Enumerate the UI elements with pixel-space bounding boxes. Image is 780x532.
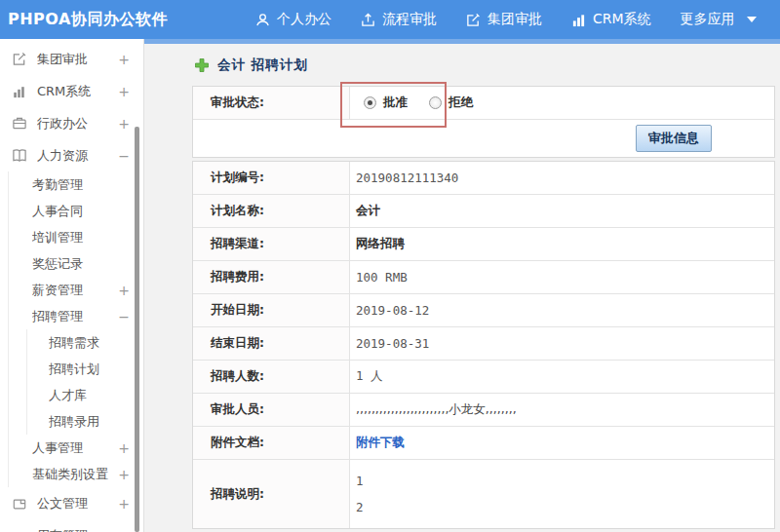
app-logo: PHPOA协同办公软件	[8, 10, 168, 30]
nav-label: 更多应用	[681, 11, 735, 28]
table-row-end-date: 结束日期: 2019-08-31	[193, 327, 774, 361]
approve-radio-label[interactable]: 批准	[383, 95, 408, 111]
recruit-submenu: 招聘需求 招聘计划 人才库 招聘录用	[26, 329, 143, 435]
sidebar-item-training[interactable]: 培训管理	[9, 224, 143, 250]
approval-info-button[interactable]: 审批信息	[636, 125, 712, 152]
table-row-recruit-channel: 招聘渠道: 网络招聘	[193, 228, 774, 261]
book-icon	[12, 148, 28, 164]
table-row-attachment: 附件文档: 附件下载	[193, 427, 774, 460]
page-title-row: 会计 招聘计划	[194, 57, 780, 74]
nav-label: CRM系统	[593, 11, 651, 28]
description-line-2: 2	[356, 494, 364, 520]
subheader-strip	[144, 39, 780, 44]
expand-toggle[interactable]: +	[118, 52, 130, 67]
sidebar-item-crm-system[interactable]: CRM系统 +	[0, 75, 143, 107]
sidebar-item-document-mgmt[interactable]: 公文管理 +	[0, 487, 143, 519]
folder-icon	[12, 496, 28, 512]
sidebar-item-talent-pool[interactable]: 人才库	[27, 382, 143, 408]
reject-radio[interactable]	[429, 96, 442, 109]
sidebar: 集团审批 + CRM系统 + 行政办公 + 人力资源 − 考勤管理 人事合同	[0, 39, 144, 532]
sidebar-scrollbar-thumb[interactable]	[135, 127, 139, 532]
approval-button-row: 审批信息	[193, 120, 774, 157]
bar-chart-icon	[12, 84, 28, 99]
nav-more-apps[interactable]: 更多应用	[681, 11, 757, 28]
expand-toggle[interactable]: +	[118, 496, 130, 512]
table-row-headcount: 招聘人数: 1 人	[193, 361, 774, 394]
main-content: 会计 招聘计划 审批状态: 批准 拒绝 审批信息	[144, 39, 780, 532]
edit-square-icon	[466, 13, 481, 27]
table-row-approvers: 审批人员: ,,,,,,,,,,,,,,,,,,,,,,,,小龙女,,,,,,,…	[193, 394, 774, 427]
caret-down-icon	[747, 17, 757, 22]
expand-toggle[interactable]: +	[118, 440, 130, 456]
expand-toggle[interactable]: −	[118, 309, 130, 324]
sidebar-item-base-category[interactable]: 基础类别设置+	[9, 461, 143, 487]
top-nav: 个人办公 流程审批 集团审批 CRM系统 更多应用	[255, 11, 780, 28]
sidebar-item-attendance[interactable]: 考勤管理	[9, 171, 143, 198]
table-row-description: 招聘说明: 1 2	[193, 460, 774, 528]
expand-toggle[interactable]: +	[118, 528, 130, 532]
hr-submenu: 考勤管理 人事合同 培训管理 奖惩记录 薪资管理+ 招聘管理− 招聘需求 招聘计…	[8, 171, 143, 487]
sidebar-item-recruit-mgmt[interactable]: 招聘管理−	[9, 303, 143, 329]
nav-process-approval[interactable]: 流程审批	[361, 11, 437, 28]
approve-radio[interactable]	[364, 96, 376, 109]
expand-toggle[interactable]: +	[118, 283, 130, 298]
expand-toggle[interactable]: +	[118, 116, 130, 132]
expand-toggle[interactable]: +	[118, 84, 130, 99]
nav-label: 流程审批	[382, 11, 437, 28]
reject-radio-label[interactable]: 拒绝	[448, 95, 473, 111]
truck-icon	[12, 528, 28, 532]
edit-square-icon	[12, 52, 28, 67]
sidebar-item-salary[interactable]: 薪资管理+	[9, 277, 143, 303]
upload-icon	[361, 13, 375, 27]
description-line-1: 1	[356, 468, 364, 494]
person-icon	[255, 13, 270, 27]
app-window: PHPOA协同办公软件 个人办公 流程审批 集团审批 CRM系统 更多应用	[0, 0, 780, 532]
bar-chart-icon	[571, 13, 586, 27]
attachment-download-link[interactable]: 附件下载	[356, 435, 405, 451]
table-row-plan-name: 计划名称: 会计	[193, 195, 774, 228]
nav-crm-system[interactable]: CRM系统	[571, 11, 651, 28]
table-row-start-date: 开始日期: 2019-08-12	[193, 294, 774, 327]
sidebar-item-human-resources[interactable]: 人力资源 −	[0, 139, 143, 171]
sidebar-item-group-approval[interactable]: 集团审批 +	[0, 43, 143, 75]
approval-form-table: 审批状态: 批准 拒绝 审批信息	[192, 86, 775, 158]
page-title: 会计 招聘计划	[217, 57, 308, 74]
table-row-plan-number: 计划编号: 20190812111340	[193, 162, 774, 195]
sidebar-item-recruit-plan[interactable]: 招聘计划	[27, 356, 143, 382]
sidebar-item-personnel-mgmt[interactable]: 人事管理+	[9, 435, 143, 461]
approval-status-label: 审批状态:	[193, 87, 350, 119]
table-row-recruit-cost: 招聘费用: 100 RMB	[193, 261, 774, 294]
approval-radio-group: 批准 拒绝	[356, 95, 494, 111]
briefcase-icon	[12, 116, 28, 132]
sidebar-scrollbar[interactable]	[134, 39, 139, 532]
sidebar-item-vehicle-mgmt[interactable]: 用车管理 +	[0, 519, 143, 532]
sidebar-item-admin-office[interactable]: 行政办公 +	[0, 107, 143, 139]
sidebar-item-recruit-demand[interactable]: 招聘需求	[27, 329, 143, 356]
nav-label: 个人办公	[277, 11, 332, 28]
sidebar-item-rewards[interactable]: 奖惩记录	[9, 250, 143, 277]
sidebar-item-recruit-hire[interactable]: 招聘录用	[27, 408, 143, 435]
top-header: PHPOA协同办公软件 个人办公 流程审批 集团审批 CRM系统 更多应用	[0, 0, 780, 39]
nav-personal-office[interactable]: 个人办公	[255, 11, 332, 28]
add-plus-icon	[194, 57, 210, 73]
recruit-plan-detail-table: 计划编号: 20190812111340 计划名称: 会计 招聘渠道: 网络招聘…	[192, 161, 775, 529]
expand-toggle[interactable]: +	[118, 467, 130, 482]
nav-label: 集团审批	[488, 11, 542, 28]
approval-status-row: 审批状态: 批准 拒绝	[193, 87, 774, 120]
nav-group-approval[interactable]: 集团审批	[466, 11, 542, 28]
expand-toggle[interactable]: −	[118, 148, 130, 164]
sidebar-item-hr-contract[interactable]: 人事合同	[9, 198, 143, 224]
